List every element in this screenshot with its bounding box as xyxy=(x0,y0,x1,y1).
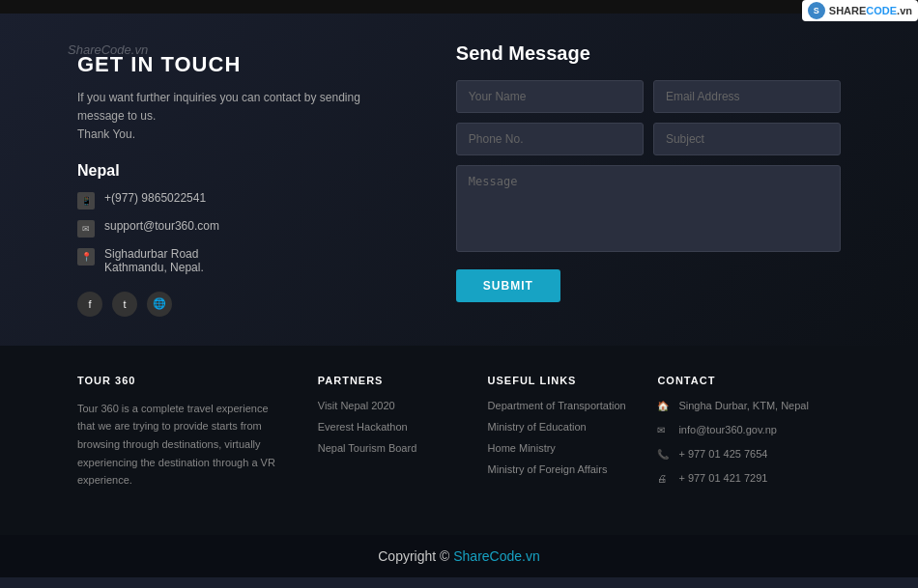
footer-links-list: Department of Transportation Ministry of… xyxy=(488,400,629,475)
logo-top-right: S SHARECODE.vn xyxy=(802,0,918,21)
footer-brand-title: TOUR 360 xyxy=(77,375,289,386)
logo-label: SHARECODE.vn xyxy=(829,5,912,16)
footer-brand-desc: Tour 360 is a complete travel experience… xyxy=(77,400,289,490)
watermark: ShareCode.vn xyxy=(68,42,148,57)
footer-links-col: USEFUL LINKS Department of Transportatio… xyxy=(488,375,629,496)
email-address: support@tour360.com xyxy=(104,219,219,233)
name-input[interactable] xyxy=(456,80,644,113)
copyright-brand: ShareCode.vn xyxy=(453,548,540,564)
email-item: ✉ support@tour360.com xyxy=(77,219,398,238)
contact-intro: If you want further inquiries you can co… xyxy=(77,89,398,145)
address: Sighadurbar Road Kathmandu, Nepal. xyxy=(104,247,204,274)
list-item[interactable]: Ministry of Foreign Affairs xyxy=(488,463,629,475)
top-bar xyxy=(0,0,918,14)
copyright-prefix: Copyright © xyxy=(378,548,453,564)
contact-section: GET IN TOUCH If you want further inquiri… xyxy=(77,42,398,317)
phone-icon: 📞 xyxy=(657,449,671,462)
footer-contact-title: CONTACT xyxy=(657,375,841,386)
phone-number: +(977) 9865022541 xyxy=(104,191,206,205)
email-icon: ✉ xyxy=(77,220,95,238)
email-input[interactable] xyxy=(653,80,841,113)
message-textarea[interactable] xyxy=(456,165,841,252)
footer-brand-col: TOUR 360 Tour 360 is a complete travel e… xyxy=(77,375,289,496)
footer-email: ✉ info@tour360.gov.np xyxy=(657,424,841,438)
address-item: 📍 Sighadurbar Road Kathmandu, Nepal. xyxy=(77,247,398,274)
send-message-section: Send Message SUBMIT xyxy=(456,42,841,317)
footer-partners-col: PARTNERS Visit Nepal 2020 Everest Hackat… xyxy=(318,375,459,496)
send-message-heading: Send Message xyxy=(456,42,841,65)
globe-icon[interactable]: 🌐 xyxy=(147,292,172,317)
subject-input[interactable] xyxy=(653,123,841,155)
social-icons: f t 🌐 xyxy=(77,292,398,317)
footer-partners-title: PARTNERS xyxy=(318,375,459,386)
list-item[interactable]: Nepal Tourism Board xyxy=(318,442,459,454)
phone-item: 📱 +(977) 9865022541 xyxy=(77,191,398,210)
footer-address: 🏠 Singha Durbar, KTM, Nepal xyxy=(657,400,841,414)
list-item[interactable]: Everest Hackathon xyxy=(318,421,459,433)
form-row-2 xyxy=(456,123,841,155)
twitter-icon[interactable]: t xyxy=(112,292,137,317)
footer-grid: TOUR 360 Tour 360 is a complete travel e… xyxy=(77,375,841,496)
facebook-icon[interactable]: f xyxy=(77,292,102,317)
mail-icon: ✉ xyxy=(657,425,671,438)
location-icon: 📍 xyxy=(77,248,95,266)
home-icon: 🏠 xyxy=(657,401,671,414)
footer-phone2: 🖨 + 977 01 421 7291 xyxy=(657,472,841,487)
list-item[interactable]: Ministry of Education xyxy=(488,421,629,433)
list-item[interactable]: Visit Nepal 2020 xyxy=(318,400,459,411)
footer-phone1: 📞 + 977 01 425 7654 xyxy=(657,448,841,462)
phone-icon: 📱 xyxy=(77,192,95,210)
fax-icon: 🖨 xyxy=(657,473,671,487)
logo-icon: S xyxy=(808,2,825,19)
copyright-bar: Copyright © ShareCode.vn xyxy=(0,535,918,577)
main-section: ShareCode.vn GET IN TOUCH If you want fu… xyxy=(0,14,918,346)
form-row-1 xyxy=(456,80,841,113)
list-item[interactable]: Department of Transportation xyxy=(488,400,629,411)
footer-contact-col: CONTACT 🏠 Singha Durbar, KTM, Nepal ✉ in… xyxy=(657,375,841,496)
country-label: Nepal xyxy=(77,162,398,180)
footer: TOUR 360 Tour 360 is a complete travel e… xyxy=(0,346,918,535)
footer-links-title: USEFUL LINKS xyxy=(488,375,629,386)
footer-partners-list: Visit Nepal 2020 Everest Hackathon Nepal… xyxy=(318,400,459,454)
list-item[interactable]: Home Ministry xyxy=(488,442,629,454)
phone-input[interactable] xyxy=(456,123,644,155)
submit-button[interactable]: SUBMIT xyxy=(456,269,560,302)
